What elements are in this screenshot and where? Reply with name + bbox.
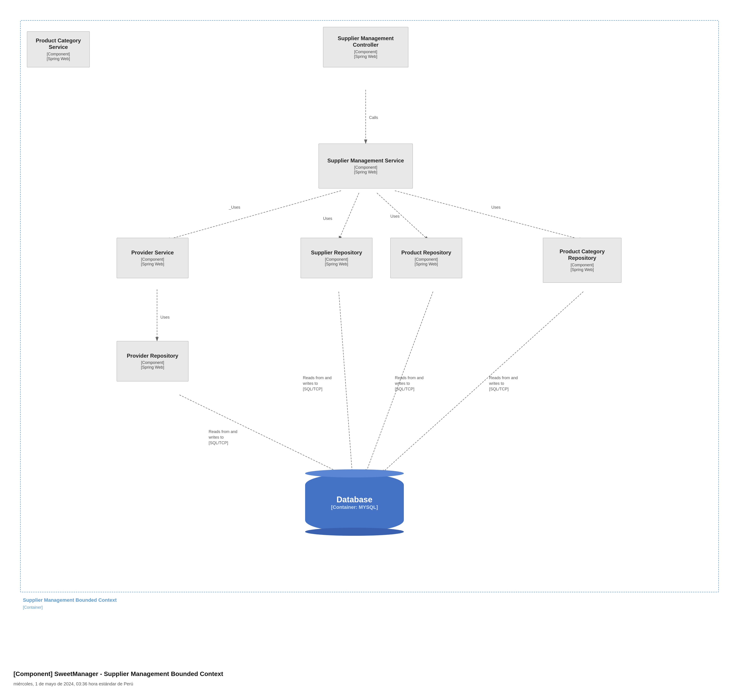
bounded-context-label: Supplier Management Bounded Context	[23, 597, 117, 603]
supplier-management-service-type: [Component]	[354, 165, 377, 170]
supplier-management-service-tech: [Spring Web]	[354, 170, 378, 175]
supplier-repository-title: Supplier Repository	[311, 250, 362, 256]
database-text: Database [Container: MYSQL]	[331, 495, 378, 510]
provider-service-title: Provider Service	[131, 250, 173, 256]
supplier-management-controller-title: Supplier Management Controller	[326, 35, 406, 48]
supplier-repository-box: Supplier Repository [Component] [Spring …	[301, 238, 372, 278]
supplier-repository-tech: [Spring Web]	[325, 262, 348, 266]
product-repository-box: Product Repository [Component] [Spring W…	[390, 238, 462, 278]
product-category-service-box: Product Category Service [Component] [Sp…	[27, 31, 90, 67]
provider-repository-tech: [Spring Web]	[141, 365, 164, 370]
footer-title: [Component] SweetManager - Supplier Mana…	[13, 671, 223, 678]
product-category-repository-box: Product Category Repository [Component] …	[543, 238, 621, 283]
provider-service-tech: [Spring Web]	[141, 262, 164, 266]
footer-date: miércoles, 1 de mayo de 2024, 03:36 hora…	[13, 681, 133, 687]
product-repository-type: [Component]	[414, 257, 438, 262]
bounded-context-sublabel: [Container]	[23, 605, 43, 610]
product-repository-title: Product Repository	[401, 250, 451, 256]
database-subtitle: [Container: MYSQL]	[331, 504, 378, 510]
provider-repository-type: [Component]	[141, 360, 164, 365]
provider-repository-box: Provider Repository [Component] [Spring …	[117, 341, 188, 381]
product-category-service-title: Product Category Service	[29, 37, 87, 50]
product-repository-tech: [Spring Web]	[414, 262, 438, 266]
product-category-repository-type: [Component]	[570, 263, 594, 268]
product-category-repository-title: Product Category Repository	[545, 249, 619, 261]
database-title: Database	[331, 495, 378, 504]
product-category-service-type: [Component]	[47, 52, 70, 57]
supplier-management-controller-box: Supplier Management Controller [Componen…	[323, 27, 408, 67]
supplier-management-controller-tech: [Spring Web]	[354, 54, 378, 59]
product-category-repository-tech: [Spring Web]	[570, 268, 594, 272]
diagram-area: Supplier Management Bounded Context [Con…	[13, 13, 726, 655]
supplier-management-service-box: Supplier Management Service [Component] …	[319, 144, 413, 188]
provider-service-box: Provider Service [Component] [Spring Web…	[117, 238, 188, 278]
provider-repository-title: Provider Repository	[127, 353, 178, 359]
database-shape: Database [Container: MYSQL]	[305, 471, 404, 534]
supplier-management-service-title: Supplier Management Service	[327, 157, 404, 164]
supplier-management-controller-type: [Component]	[354, 50, 377, 54]
product-category-service-tech: [Spring Web]	[47, 57, 70, 61]
provider-service-type: [Component]	[141, 257, 164, 262]
supplier-repository-type: [Component]	[325, 257, 348, 262]
